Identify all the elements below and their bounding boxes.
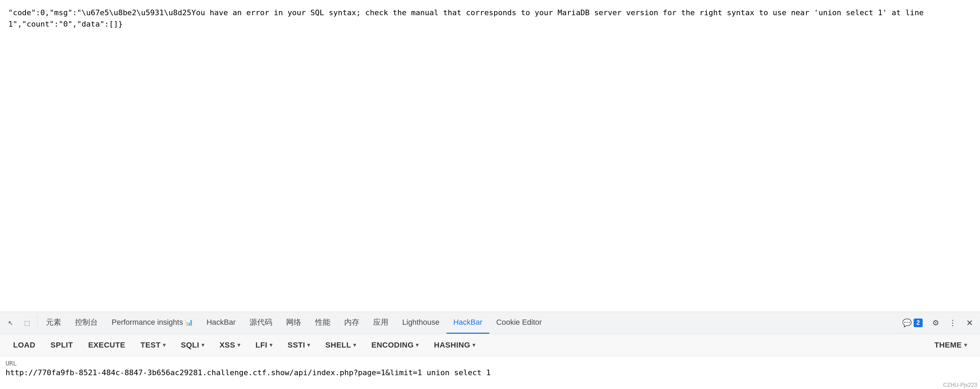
- tab-sources[interactable]: 源代码: [243, 312, 279, 334]
- feedback-icon: 💬: [902, 319, 912, 327]
- devtools-icon-group: ↖ ⬚: [3, 315, 38, 330]
- hackbar-lfi-button[interactable]: LFI ▾: [248, 334, 280, 356]
- hackbar-split-button[interactable]: SPLIT: [43, 334, 81, 356]
- settings-button[interactable]: ⚙: [928, 316, 943, 330]
- performance-insights-icon: 📊: [185, 319, 193, 326]
- hackbar-test-button[interactable]: TEST ▾: [133, 334, 173, 356]
- hackbar-shell-button[interactable]: SHELL ▾: [318, 334, 364, 356]
- hackbar-encoding-button[interactable]: ENCODING ▾: [364, 334, 426, 356]
- hackbar-execute-button[interactable]: EXECUTE: [81, 334, 133, 356]
- more-icon: ⋮: [949, 319, 956, 327]
- close-devtools-button[interactable]: ✕: [962, 315, 977, 330]
- hashing-arrow-icon: ▾: [473, 342, 476, 348]
- tab-elements[interactable]: 元素: [39, 312, 68, 334]
- tab-console[interactable]: 控制台: [68, 312, 105, 334]
- close-icon: ✕: [966, 318, 973, 328]
- shell-arrow-icon: ▾: [353, 342, 356, 348]
- tab-performance[interactable]: 性能: [308, 312, 337, 334]
- feedback-badge: 2: [914, 319, 923, 327]
- devtools-tab-list: 元素 控制台 Performance insights 📊 HackBar 源代…: [39, 312, 898, 334]
- feedback-button[interactable]: 💬 2: [898, 316, 927, 330]
- test-arrow-icon: ▾: [163, 342, 166, 348]
- tab-network[interactable]: 网络: [279, 312, 308, 334]
- main-content: "code":0,"msg":"\u67e5\u8be2\u5931\u8d25…: [0, 0, 980, 262]
- hackbar-toolbar: LOAD SPLIT EXECUTE TEST ▾ SQLI ▾ XSS ▾ L…: [0, 334, 980, 356]
- lfi-arrow-icon: ▾: [269, 342, 273, 348]
- url-value[interactable]: http://770fa9fb-8521-484c-8847-3b656ac29…: [6, 368, 974, 377]
- tab-lighthouse[interactable]: Lighthouse: [395, 312, 447, 334]
- theme-arrow-icon: ▾: [964, 342, 967, 348]
- hackbar-sqli-button[interactable]: SQLI ▾: [173, 334, 212, 356]
- url-area: URL http://770fa9fb-8521-484c-8847-3b656…: [0, 356, 980, 389]
- more-button[interactable]: ⋮: [945, 316, 961, 330]
- tab-memory[interactable]: 内存: [337, 312, 366, 334]
- cursor-icon-btn[interactable]: ↖: [3, 315, 18, 330]
- hackbar-hashing-button[interactable]: HASHING ▾: [426, 334, 483, 356]
- bottom-right-text: CZHU-Pjs223: [943, 382, 977, 388]
- devtools-tabs-bar: ↖ ⬚ 元素 控制台 Performance insights 📊 HackBa…: [0, 311, 980, 334]
- error-text: "code":0,"msg":"\u67e5\u8be2\u5931\u8d25…: [8, 7, 972, 30]
- hackbar-load-button[interactable]: LOAD: [6, 334, 43, 356]
- tab-hackbar-active[interactable]: HackBar: [447, 312, 489, 334]
- sqli-arrow-icon: ▾: [202, 342, 205, 348]
- tab-performance-insights[interactable]: Performance insights 📊: [105, 312, 200, 334]
- device-icon-btn[interactable]: ⬚: [19, 315, 35, 330]
- ssti-arrow-icon: ▾: [307, 342, 310, 348]
- devtools-right-controls: 💬 2 ⚙ ⋮ ✕: [898, 315, 977, 330]
- encoding-arrow-icon: ▾: [416, 342, 419, 348]
- settings-icon: ⚙: [932, 319, 939, 327]
- tab-hackbar-ext[interactable]: HackBar: [200, 312, 243, 334]
- tab-cookie-editor[interactable]: Cookie Editor: [489, 312, 549, 334]
- hackbar-ssti-button[interactable]: SSTI ▾: [280, 334, 318, 356]
- xss-arrow-icon: ▾: [237, 342, 240, 348]
- url-label: URL: [6, 360, 974, 367]
- hackbar-theme-button[interactable]: THEME ▾: [927, 334, 974, 356]
- hackbar-xss-button[interactable]: XSS ▾: [212, 334, 248, 356]
- tab-application[interactable]: 应用: [366, 312, 395, 334]
